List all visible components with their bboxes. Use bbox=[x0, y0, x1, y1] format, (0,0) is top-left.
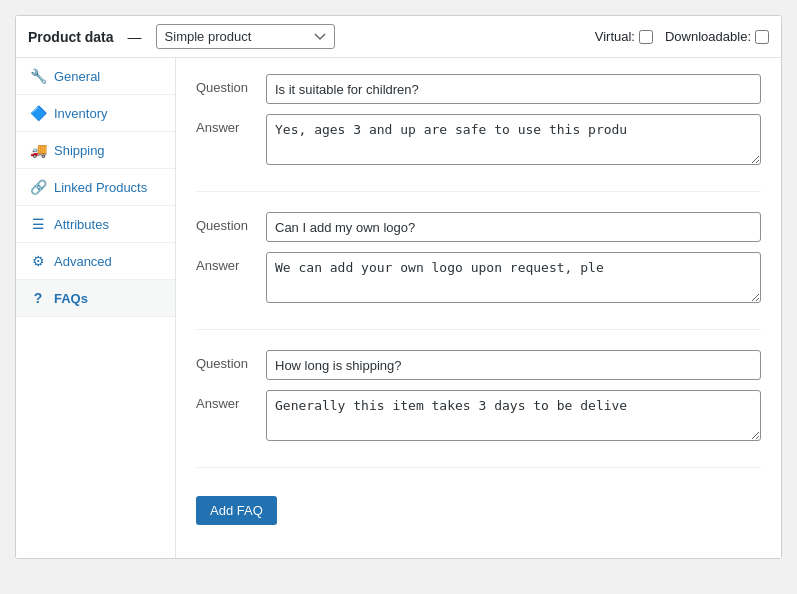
downloadable-label[interactable]: Downloadable: bbox=[665, 29, 769, 44]
question-label-2: Question bbox=[196, 212, 266, 233]
virtual-label[interactable]: Virtual: bbox=[595, 29, 653, 44]
question-input-3[interactable] bbox=[266, 350, 761, 380]
question-label-3: Question bbox=[196, 350, 266, 371]
question-icon: ? bbox=[30, 290, 46, 306]
sidebar-label-faqs: FAQs bbox=[54, 291, 88, 306]
faq-answer-row-1: Answer bbox=[196, 114, 761, 165]
answer-input-3[interactable] bbox=[266, 390, 761, 441]
virtual-checkbox[interactable] bbox=[639, 30, 653, 44]
sidebar-item-general[interactable]: 🔧 General bbox=[16, 58, 175, 95]
answer-input-1[interactable] bbox=[266, 114, 761, 165]
product-type-select[interactable]: Simple product Variable product Grouped … bbox=[156, 24, 335, 49]
answer-input-2[interactable] bbox=[266, 252, 761, 303]
sidebar-label-inventory: Inventory bbox=[54, 106, 107, 121]
main-content: Question Answer Question Answer bbox=[176, 58, 781, 558]
sidebar-label-linked-products: Linked Products bbox=[54, 180, 147, 195]
sidebar-label-attributes: Attributes bbox=[54, 217, 109, 232]
faq-question-row-3: Question bbox=[196, 350, 761, 380]
sidebar-label-shipping: Shipping bbox=[54, 143, 105, 158]
virtual-downloadable: Virtual: Downloadable: bbox=[595, 29, 769, 44]
question-label-1: Question bbox=[196, 74, 266, 95]
sidebar-item-inventory[interactable]: 🔷 Inventory bbox=[16, 95, 175, 132]
answer-label-2: Answer bbox=[196, 252, 266, 273]
link-icon: 🔗 bbox=[30, 179, 46, 195]
header-dash: — bbox=[128, 29, 142, 45]
sidebar-item-linked-products[interactable]: 🔗 Linked Products bbox=[16, 169, 175, 206]
faq-question-row-2: Question bbox=[196, 212, 761, 242]
question-input-2[interactable] bbox=[266, 212, 761, 242]
product-data-body: 🔧 General 🔷 Inventory 🚚 Shipping 🔗 Linke… bbox=[16, 58, 781, 558]
sidebar-label-advanced: Advanced bbox=[54, 254, 112, 269]
faq-answer-row-2: Answer bbox=[196, 252, 761, 303]
faq-answer-row-3: Answer bbox=[196, 390, 761, 441]
product-data-title: Product data bbox=[28, 29, 114, 45]
sidebar-item-attributes[interactable]: ☰ Attributes bbox=[16, 206, 175, 243]
gear-icon: ⚙ bbox=[30, 253, 46, 269]
table-icon: ☰ bbox=[30, 216, 46, 232]
faq-question-row-1: Question bbox=[196, 74, 761, 104]
sidebar-label-general: General bbox=[54, 69, 100, 84]
faq-item: Question Answer bbox=[196, 350, 761, 468]
add-faq-button[interactable]: Add FAQ bbox=[196, 496, 277, 525]
sidebar: 🔧 General 🔷 Inventory 🚚 Shipping 🔗 Linke… bbox=[16, 58, 176, 558]
downloadable-checkbox[interactable] bbox=[755, 30, 769, 44]
truck-icon: 🚚 bbox=[30, 142, 46, 158]
product-data-header: Product data — Simple product Variable p… bbox=[16, 16, 781, 58]
faq-item: Question Answer bbox=[196, 212, 761, 330]
question-input-1[interactable] bbox=[266, 74, 761, 104]
faq-item: Question Answer bbox=[196, 74, 761, 192]
answer-label-1: Answer bbox=[196, 114, 266, 135]
diamond-icon: 🔷 bbox=[30, 105, 46, 121]
answer-label-3: Answer bbox=[196, 390, 266, 411]
sidebar-item-shipping[interactable]: 🚚 Shipping bbox=[16, 132, 175, 169]
sidebar-item-faqs[interactable]: ? FAQs bbox=[16, 280, 175, 317]
product-data-box: Product data — Simple product Variable p… bbox=[15, 15, 782, 559]
wrench-icon: 🔧 bbox=[30, 68, 46, 84]
sidebar-item-advanced[interactable]: ⚙ Advanced bbox=[16, 243, 175, 280]
